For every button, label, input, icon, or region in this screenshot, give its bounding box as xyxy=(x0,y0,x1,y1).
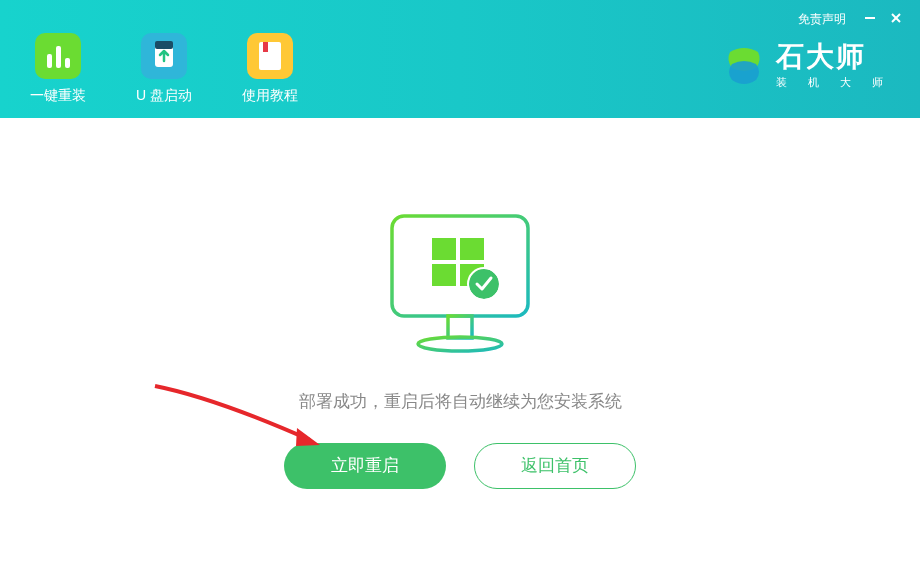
tab-label: 一键重装 xyxy=(30,87,86,105)
usb-icon xyxy=(141,33,187,79)
svg-rect-8 xyxy=(448,316,472,338)
logo-name: 石大师 xyxy=(776,42,892,73)
tab-tutorial[interactable]: 使用教程 xyxy=(242,13,298,105)
svg-rect-12 xyxy=(432,264,456,286)
logo: 石大师 装 机 大 师 xyxy=(722,42,892,90)
close-button[interactable] xyxy=(890,10,902,28)
svg-rect-2 xyxy=(259,42,281,70)
tab-reinstall[interactable]: 一键重装 xyxy=(30,13,86,105)
monitor-success-icon xyxy=(370,210,550,360)
svg-rect-1 xyxy=(155,41,173,49)
tab-label: 使用教程 xyxy=(242,87,298,105)
logo-icon xyxy=(722,44,766,88)
tab-label: U 盘启动 xyxy=(136,87,192,105)
return-home-button[interactable]: 返回首页 xyxy=(474,443,636,489)
svg-rect-10 xyxy=(432,238,456,260)
logo-tagline: 装 机 大 师 xyxy=(776,75,892,90)
window-controls xyxy=(864,10,902,28)
main-content: 部署成功，重启后将自动继续为您安装系统 立即重启 返回首页 xyxy=(0,118,920,580)
restart-now-button[interactable]: 立即重启 xyxy=(284,443,446,489)
button-row: 立即重启 返回首页 xyxy=(284,443,636,489)
top-links: 免责声明 xyxy=(798,10,902,28)
disclaimer-link[interactable]: 免责声明 xyxy=(798,11,846,28)
logo-text: 石大师 装 机 大 师 xyxy=(776,42,892,90)
svg-point-14 xyxy=(469,269,499,299)
nav-tabs: 一键重装 U 盘启动 使用教程 xyxy=(30,13,298,105)
status-message: 部署成功，重启后将自动继续为您安装系统 xyxy=(299,390,622,413)
svg-rect-11 xyxy=(460,238,484,260)
tutorial-icon xyxy=(247,33,293,79)
minimize-button[interactable] xyxy=(864,10,876,28)
reinstall-icon xyxy=(35,33,81,79)
svg-rect-3 xyxy=(263,42,268,52)
header: 一键重装 U 盘启动 使用教程 免责声明 xyxy=(0,0,920,118)
tab-usb-boot[interactable]: U 盘启动 xyxy=(136,13,192,105)
